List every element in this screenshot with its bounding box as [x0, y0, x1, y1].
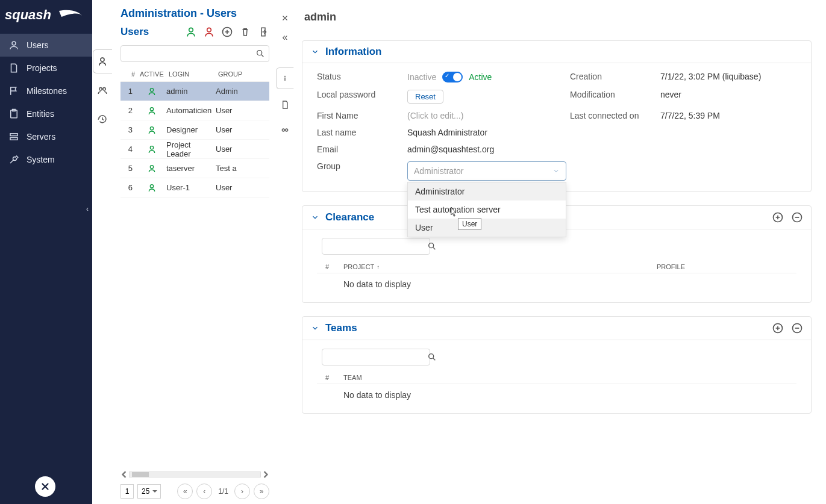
group-select[interactable]: Administrator [407, 161, 566, 181]
table-row[interactable]: 1 admin Admin [120, 82, 269, 101]
detail-panel: « admin Information Status Inactive [274, 0, 826, 504]
nav-servers[interactable]: Servers [0, 125, 92, 148]
clearance-search-input[interactable] [326, 242, 427, 251]
page-title: Administration - Users [120, 7, 269, 20]
server-icon [8, 131, 19, 142]
users-panel: Administration - Users Users # ACTIVE LO… [112, 0, 274, 504]
reset-password-button[interactable]: Reset [407, 90, 443, 104]
group-label: Group [317, 161, 401, 181]
search-icon [427, 352, 437, 362]
firstname-field[interactable]: (Click to edit...) [407, 111, 564, 120]
status-toggle[interactable] [442, 72, 463, 82]
group-option-administrator[interactable]: Administrator [408, 182, 566, 201]
nav-label: Milestones [27, 86, 67, 96]
teams-search-input[interactable] [326, 353, 427, 362]
svg-point-13 [150, 88, 153, 91]
svg-point-22 [286, 129, 288, 131]
prev-page-button[interactable]: ‹ [196, 484, 212, 499]
activate-user-icon[interactable] [185, 26, 197, 38]
col-group[interactable]: GROUP [218, 70, 269, 78]
nav-milestones[interactable]: Milestones [0, 79, 92, 102]
close-detail-button[interactable] [278, 11, 292, 25]
users-search-input[interactable] [125, 49, 255, 58]
remove-team-button[interactable] [790, 322, 804, 335]
secondary-tab-history[interactable] [93, 107, 112, 131]
scroll-left-icon[interactable] [120, 471, 128, 478]
add-clearance-button[interactable] [771, 211, 784, 224]
modification-label: Modification [570, 90, 654, 104]
detail-tab-info[interactable] [276, 67, 294, 89]
table-row[interactable]: 4 Project Leader User [120, 140, 269, 159]
svg-point-18 [150, 184, 153, 187]
col-active[interactable]: ACTIVE [140, 70, 169, 78]
nav-label: Servers [27, 132, 55, 142]
add-team-button[interactable] [771, 322, 784, 335]
detail-rail: « [274, 0, 296, 504]
lastname-field[interactable]: Squash Administrator [407, 128, 796, 137]
detail-tab-doc[interactable] [276, 94, 294, 116]
delete-user-icon[interactable] [239, 26, 251, 38]
table-row[interactable]: 2 Automaticien User [120, 101, 269, 120]
svg-point-25 [429, 243, 434, 248]
user-icon [8, 40, 19, 51]
detail-tab-team[interactable] [276, 120, 294, 142]
card-title: Teams [325, 322, 357, 334]
active-icon [147, 125, 157, 135]
email-field[interactable]: admin@squashtest.org [407, 145, 796, 154]
group-option-taserver[interactable]: Test automation server [408, 201, 566, 219]
detail-title: admin [304, 11, 812, 23]
teams-search[interactable] [322, 349, 430, 366]
sidebar-close-button[interactable] [35, 476, 55, 497]
users-table-body: 1 admin Admin 2 Automaticien User 3 Desi… [120, 82, 269, 470]
chevron-down-icon[interactable] [311, 48, 319, 56]
svg-point-12 [257, 51, 262, 55]
clearance-search[interactable] [322, 238, 430, 255]
clearance-table-header: # PROJECT ↑ PROFILE [317, 261, 796, 273]
deactivate-user-icon[interactable] [203, 26, 215, 38]
main-sidebar: squash Users Projects Milestones Entitie… [0, 0, 92, 504]
collapse-detail-button[interactable]: « [278, 30, 292, 45]
nav-label: Users [27, 40, 49, 50]
add-user-icon[interactable] [221, 26, 233, 38]
users-search[interactable] [120, 45, 269, 62]
svg-point-1 [12, 42, 16, 45]
secondary-tab-user[interactable] [93, 49, 112, 73]
lastname-label: Last name [317, 128, 401, 137]
last-page-button[interactable]: » [254, 484, 269, 499]
clipboard-icon [8, 108, 19, 119]
first-page-button[interactable]: « [177, 484, 193, 499]
nav-entities[interactable]: Entities [0, 102, 92, 125]
users-table-header: # ACTIVE LOGIN GROUP [120, 67, 269, 82]
secondary-tab-team[interactable] [93, 78, 112, 102]
sidebar-collapse-icon[interactable]: ‹ [86, 205, 89, 213]
nav-system[interactable]: System [0, 148, 92, 171]
export-icon[interactable] [257, 26, 269, 38]
svg-point-14 [150, 107, 153, 110]
search-icon [427, 241, 437, 251]
table-row[interactable]: 3 Designer User [120, 120, 269, 140]
page-size-select[interactable]: 25 [137, 484, 161, 499]
table-row[interactable]: 6 User-1 User [120, 178, 269, 198]
svg-point-16 [150, 146, 153, 149]
scroll-right-icon[interactable] [262, 471, 269, 478]
chevron-down-icon[interactable] [311, 213, 319, 222]
col-num[interactable]: # [123, 70, 140, 78]
table-row[interactable]: 5 taserver Test a [120, 159, 269, 178]
remove-clearance-button[interactable] [790, 211, 804, 224]
svg-rect-20 [284, 78, 285, 81]
nav-projects[interactable]: Projects [0, 57, 92, 79]
group-option-user[interactable]: User [408, 219, 566, 237]
teams-table-header: # TEAM [317, 372, 796, 384]
col-login[interactable]: LOGIN [169, 70, 218, 78]
svg-point-10 [207, 28, 211, 32]
wrench-icon [8, 154, 19, 165]
nav-label: Projects [27, 63, 57, 73]
horizontal-scrollbar[interactable] [120, 470, 269, 479]
active-icon [147, 87, 157, 96]
svg-rect-4 [10, 134, 17, 136]
chevron-down-icon[interactable] [311, 324, 319, 332]
app-logo: squash [0, 0, 92, 34]
nav-users[interactable]: Users [0, 34, 92, 57]
next-page-button[interactable]: › [234, 484, 250, 499]
page-input[interactable] [120, 484, 134, 499]
